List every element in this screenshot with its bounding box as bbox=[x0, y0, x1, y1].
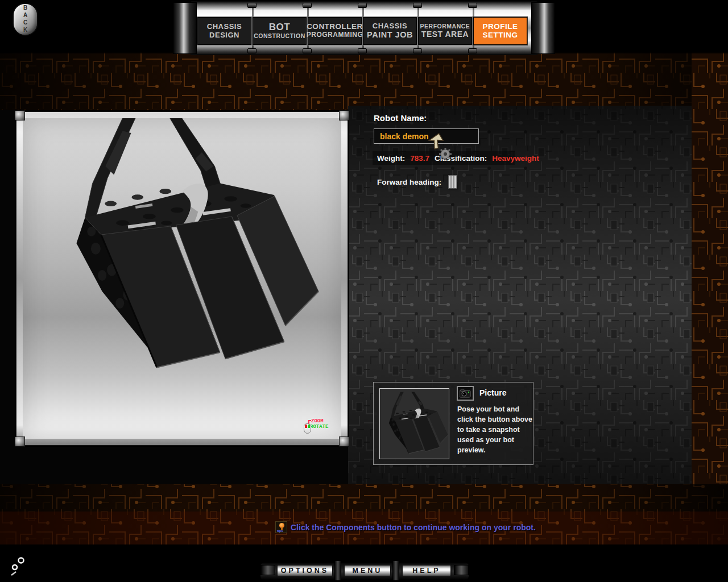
bolt-icon bbox=[468, 3, 477, 8]
bottom-menu-bar: OPTIONS MENU HELP bbox=[260, 559, 469, 582]
picture-panel: Picture Pose your bot and click the butt… bbox=[373, 382, 533, 465]
tips-icon-label: tips bbox=[277, 529, 283, 533]
zoom-label: ZOOM bbox=[311, 418, 324, 424]
robot-name-label: Robot Name: bbox=[374, 113, 427, 123]
bolt-icon bbox=[247, 48, 257, 53]
tab-label: DESIGN bbox=[209, 31, 239, 39]
tab-label: PERFORMANCE bbox=[420, 23, 470, 30]
bolt-icon bbox=[468, 48, 477, 53]
mouse-left-button-icon bbox=[305, 425, 307, 428]
tab-bot-construction[interactable]: BOT CONSTRUCTION bbox=[253, 17, 307, 45]
robot-thumbnail-render bbox=[380, 392, 449, 455]
mouse-icon bbox=[304, 423, 311, 434]
tab-label: PROFILE bbox=[482, 23, 518, 31]
mouse-cursor-gear-icon bbox=[428, 133, 455, 163]
corner-screw-icon bbox=[339, 436, 349, 447]
bot-3d-view[interactable]: ZOOM ROTATE bbox=[23, 118, 341, 439]
bot-snapshot-thumbnail bbox=[379, 388, 449, 459]
tab-profile-setting[interactable]: PROFILE SETTING bbox=[473, 17, 527, 45]
tab-chassis-paint-job[interactable]: CHASSIS PAINT JOB bbox=[363, 17, 417, 45]
bolt-icon bbox=[413, 48, 422, 53]
options-button[interactable]: OPTIONS bbox=[276, 564, 333, 577]
nav-end-cap-right bbox=[531, 2, 555, 54]
forward-heading-row: Forward heading: bbox=[377, 175, 457, 189]
mouse-right-button-icon bbox=[308, 425, 310, 428]
back-button[interactable]: BACK bbox=[13, 3, 38, 36]
bolt-icon bbox=[413, 3, 422, 8]
tab-label: CONSTRUCTION bbox=[254, 33, 305, 40]
tab-label: PROGRAMMING bbox=[307, 31, 363, 39]
bot-viewport-frame: ZOOM ROTATE bbox=[16, 111, 348, 446]
screen: BACK CHASSIS DESIGN BOT CONSTRUCTION bbox=[0, 0, 728, 582]
help-button[interactable]: HELP bbox=[402, 564, 452, 577]
corner-screw-icon bbox=[15, 110, 25, 120]
tip-row: tips Click the Components button to cont… bbox=[275, 521, 536, 533]
bottom-bar-cap-left bbox=[260, 565, 275, 575]
camera-icon bbox=[460, 389, 471, 398]
robot-render bbox=[42, 118, 321, 372]
tab-label: BOT bbox=[269, 22, 290, 33]
bolt-icon bbox=[303, 3, 312, 8]
bottom-bar-joint bbox=[392, 560, 399, 581]
take-snapshot-button[interactable] bbox=[457, 386, 474, 401]
tab-chassis-design[interactable]: CHASSIS DESIGN bbox=[197, 17, 251, 45]
tab-controller-programming[interactable]: CONTROLLER PROGRAMMING bbox=[308, 17, 362, 45]
tab-label: CHASSIS bbox=[373, 22, 407, 30]
weight-value: 783.7 bbox=[410, 154, 429, 163]
classification-value: Heavyweight bbox=[492, 154, 539, 163]
picture-panel-description: Pose your bot and click the button above… bbox=[457, 404, 532, 455]
back-button-label: BACK bbox=[22, 5, 28, 34]
corner-screw-icon bbox=[339, 110, 349, 120]
nav-end-cap-left bbox=[173, 2, 197, 54]
rotate-label: ROTATE bbox=[310, 424, 328, 430]
corner-screw-icon bbox=[15, 436, 25, 447]
weight-label: Weight: bbox=[377, 154, 405, 163]
decorative-rings bbox=[8, 555, 36, 581]
tab-label: PAINT JOB bbox=[367, 31, 413, 40]
bolt-icon bbox=[247, 3, 257, 8]
forward-heading-label: Forward heading: bbox=[377, 178, 441, 186]
bolt-icon bbox=[303, 48, 312, 53]
lightbulb-tips-icon: tips bbox=[275, 521, 287, 533]
tab-label: TEST AREA bbox=[421, 30, 469, 39]
bottom-bar-cap-right bbox=[454, 565, 469, 575]
bolt-icon bbox=[358, 48, 367, 53]
nav-tabs: CHASSIS DESIGN BOT CONSTRUCTION CONTROLL… bbox=[197, 17, 527, 45]
menu-button[interactable]: MENU bbox=[344, 564, 391, 577]
robot-name-input[interactable] bbox=[374, 128, 479, 144]
mouse-controls-legend: ZOOM ROTATE bbox=[304, 418, 339, 435]
tab-performance-test-area[interactable]: PERFORMANCE TEST AREA bbox=[418, 17, 472, 45]
forward-heading-control[interactable] bbox=[448, 175, 457, 189]
bolt-icon bbox=[358, 3, 367, 8]
bottom-bar-joint bbox=[334, 560, 341, 581]
picture-panel-title: Picture bbox=[479, 388, 506, 397]
tab-label: SETTING bbox=[482, 31, 518, 40]
tab-label: CONTROLLER bbox=[307, 23, 363, 31]
top-nav-bar: CHASSIS DESIGN BOT CONSTRUCTION CONTROLL… bbox=[173, 1, 555, 55]
tip-text: Click the Components button to continue … bbox=[291, 521, 536, 532]
tab-label: CHASSIS bbox=[207, 23, 242, 31]
